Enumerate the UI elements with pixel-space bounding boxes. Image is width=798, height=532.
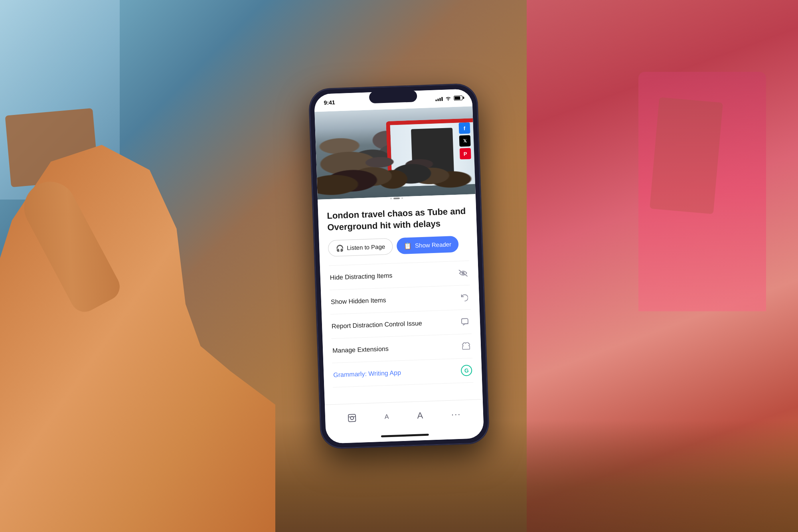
- more-icon: ···: [451, 409, 461, 419]
- pinterest-share-btn[interactable]: P: [460, 148, 471, 159]
- status-time: 9:41: [324, 99, 335, 106]
- dynamic-island: [369, 90, 417, 103]
- grammarly-label: Grammarly: Writing App: [333, 369, 401, 379]
- twitter-share-btn[interactable]: 𝕏: [459, 135, 471, 146]
- article-title: London travel chaos as Tube and Overgrou…: [327, 205, 468, 233]
- pinterest-icon: P: [464, 150, 467, 156]
- report-distraction-issue-item[interactable]: Report Distraction Control Issue: [330, 309, 472, 338]
- action-buttons: 🎧 Listen to Page 📋 Show Reader: [328, 235, 469, 257]
- twitter-icon: 𝕏: [463, 138, 466, 143]
- bg-chairs-right: [638, 72, 766, 311]
- manage-extensions-label: Manage Extensions: [332, 345, 389, 354]
- more-options-button[interactable]: ···: [446, 405, 466, 423]
- show-reader-button[interactable]: 📋 Show Reader: [396, 235, 458, 254]
- font-large-label: A: [417, 410, 423, 420]
- scroll-dot: [401, 197, 403, 199]
- hide-distracting-items-label: Hide Distracting Items: [330, 272, 393, 281]
- svg-line-4: [348, 416, 356, 417]
- font-large-button[interactable]: A: [412, 407, 428, 424]
- crowd-overlay: [315, 124, 476, 200]
- grammarly-icon: G: [461, 364, 472, 376]
- undo-icon: [458, 292, 470, 303]
- reader-toolbar-button[interactable]: [342, 410, 361, 426]
- bg-right: [527, 0, 798, 532]
- thumb: [15, 172, 124, 316]
- bottom-toolbar: A A ···: [325, 399, 484, 432]
- content-area: London travel chaos as Tube and Overgrou…: [318, 197, 482, 405]
- manage-extensions-item[interactable]: Manage Extensions: [331, 334, 472, 363]
- scroll-dot-active: [393, 197, 400, 199]
- social-icons-overlay: f 𝕏 P: [459, 122, 471, 159]
- status-icons: [435, 95, 462, 101]
- phone-screen: 9:41: [314, 89, 484, 443]
- eye-slash-icon: [457, 267, 469, 279]
- reader-icon: 📋: [404, 242, 412, 250]
- menu-section: Hide Distracting Items Show Hidden Items: [329, 261, 473, 388]
- bg-window-left: [0, 0, 120, 200]
- wifi-icon: [445, 96, 451, 101]
- bg-table-right: [650, 97, 723, 214]
- show-hidden-items-label: Show Hidden Items: [331, 297, 386, 306]
- signal-icon: [435, 96, 442, 101]
- battery-icon: [454, 95, 462, 101]
- puzzle-icon: [460, 340, 472, 352]
- show-hidden-items-item[interactable]: Show Hidden Items: [330, 285, 471, 314]
- bg-table-left: [5, 108, 99, 187]
- font-small-label: A: [384, 413, 389, 420]
- font-small-button[interactable]: A: [379, 409, 394, 423]
- chat-icon: [459, 316, 470, 328]
- battery-fill: [454, 96, 460, 99]
- phone-frame: 9:41: [309, 83, 489, 448]
- facebook-share-btn[interactable]: f: [459, 122, 470, 134]
- facebook-icon: f: [464, 125, 466, 131]
- report-distraction-label: Report Distraction Control Issue: [332, 320, 422, 330]
- reader-label: Show Reader: [415, 241, 451, 249]
- listen-label: Listen to Page: [347, 243, 385, 251]
- grammarly-item[interactable]: Grammarly: Writing App G: [332, 358, 473, 387]
- hand-area: [0, 145, 275, 532]
- scroll-dot: [390, 198, 392, 199]
- home-bar: [381, 433, 429, 437]
- phone-device: 9:41: [309, 83, 489, 448]
- listen-to-page-button[interactable]: 🎧 Listen to Page: [328, 238, 393, 257]
- hand-silhouette: [0, 145, 275, 532]
- svg-rect-1: [462, 318, 468, 324]
- reader-toolbar-icon: [347, 413, 356, 422]
- headphones-icon: 🎧: [336, 244, 344, 252]
- article-image: f 𝕏 P: [314, 106, 475, 200]
- hide-distracting-items-item[interactable]: Hide Distracting Items: [329, 261, 470, 290]
- svg-rect-2: [348, 414, 356, 421]
